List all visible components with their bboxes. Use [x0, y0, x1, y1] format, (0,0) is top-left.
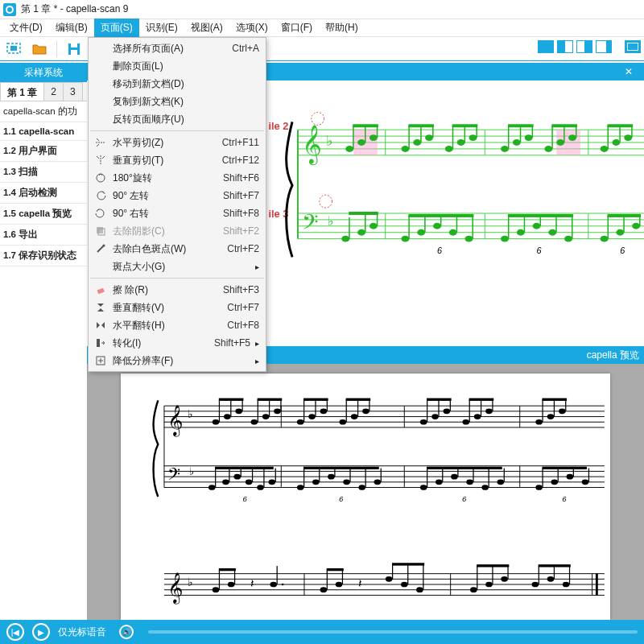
layout-1[interactable] — [538, 40, 554, 53]
svg-rect-100 — [508, 214, 573, 217]
menu-item[interactable]: 反转页面顺序(U) — [89, 110, 266, 128]
svg-rect-89 — [408, 214, 473, 217]
menu-view[interactable]: 视图(A) — [184, 19, 229, 37]
play-button[interactable]: ▶ — [32, 623, 50, 641]
layout-2[interactable] — [557, 40, 573, 53]
svg-rect-239 — [218, 570, 219, 590]
svg-rect-216 — [503, 469, 504, 482]
svg-point-238 — [227, 582, 234, 588]
svg-rect-164 — [553, 400, 554, 417]
svg-point-155 — [485, 409, 493, 415]
tree-item[interactable]: 1.6 导出 — [0, 225, 87, 246]
progress-bar[interactable] — [148, 630, 638, 634]
menu-item[interactable]: 选择所有页面(A)Ctrl+A — [89, 39, 266, 57]
menu-item[interactable]: 转化(I)Shift+F5 — [89, 334, 266, 352]
svg-point-195 — [358, 485, 365, 490]
menu-item[interactable]: 水平剪切(Z)Ctrl+F11 — [89, 134, 266, 151]
menu-item[interactable]: 垂直翻转(V)Ctrl+F7 — [89, 299, 266, 316]
svg-line-278 — [97, 246, 104, 252]
tab-3[interactable]: 3 — [63, 82, 83, 101]
sampling-header: 采样系统 — [0, 63, 87, 82]
svg-point-59 — [312, 112, 324, 125]
layout-4[interactable] — [596, 40, 612, 53]
menu-item[interactable]: 斑点大小(G) — [89, 258, 266, 275]
menu-recognize[interactable]: 识别(E) — [139, 19, 184, 37]
svg-rect-130 — [280, 400, 281, 411]
tree-item[interactable]: 1.3 扫描 — [0, 162, 87, 183]
menu-edit[interactable]: 编辑(B) — [49, 19, 94, 37]
svg-rect-151 — [449, 400, 450, 411]
tree-item[interactable]: 1.2 用户界面 — [0, 141, 87, 162]
menu-item[interactable]: 90° 右转Shift+F8 — [89, 204, 266, 222]
preview-area[interactable]: 𝄞♭ — [87, 364, 644, 620]
tab-2[interactable]: 2 — [43, 82, 64, 101]
menu-item[interactable]: 去除白色斑点(W)Ctrl+F2 — [89, 240, 266, 258]
skip-back-button[interactable]: |◀ — [6, 623, 24, 641]
svg-point-125 — [250, 419, 258, 425]
svg-point-53 — [612, 139, 620, 146]
tuplet-p2: 6 — [339, 494, 344, 503]
volume-icon[interactable]: 🔊 — [119, 625, 134, 639]
menu-item[interactable]: 擦 除(R)Shift+F3 — [89, 281, 266, 299]
svg-rect-159 — [469, 398, 493, 401]
menu-item[interactable]: 降低分辨率(F) — [89, 352, 266, 369]
menu-item-shortcut: Shift+F8 — [223, 208, 259, 219]
menu-page[interactable]: 页面(S) — [94, 19, 139, 37]
svg-point-46 — [556, 139, 564, 146]
menu-item-shortcut: Shift+F5 — [214, 337, 250, 349]
menu-item[interactable]: 180°旋转Shift+F6 — [89, 169, 266, 187]
layout-3[interactable] — [576, 40, 592, 53]
menu-item[interactable]: 水平翻转(H)Ctrl+F8 — [89, 316, 266, 334]
menu-window[interactable]: 窗口(F) — [275, 19, 319, 37]
svg-point-192 — [312, 479, 320, 485]
menu-item[interactable]: 删除页面(L) — [89, 57, 266, 75]
svg-point-127 — [274, 409, 281, 415]
tree-item[interactable]: 1.5 capella 预览 — [0, 204, 87, 225]
svg-point-91 — [517, 229, 525, 236]
flipv-icon — [92, 302, 109, 313]
svg-rect-269 — [538, 566, 539, 584]
svg-rect-255 — [392, 564, 393, 579]
svg-rect-85 — [424, 216, 425, 233]
svg-point-206 — [451, 474, 458, 480]
menu-item-label: 90° 右转 — [109, 207, 223, 221]
tree-item[interactable]: capella-scan 的功 — [0, 101, 87, 122]
svg-rect-73 — [349, 217, 349, 239]
menu-item[interactable]: 90° 左转Shift+F7 — [89, 187, 266, 204]
open-icon[interactable] — [31, 40, 48, 58]
menu-file[interactable]: 文件(D) — [3, 19, 49, 37]
svg-rect-56 — [619, 126, 620, 142]
svg-rect-166 — [542, 398, 567, 401]
svg-point-279 — [103, 245, 105, 247]
svg-rect-143 — [357, 400, 357, 417]
tree-item[interactable]: 1.1 capella-scan — [0, 122, 87, 141]
svg-rect-211 — [427, 469, 427, 488]
svg-point-191 — [296, 485, 303, 490]
layout-save[interactable] — [625, 40, 641, 53]
svg-rect-51 — [551, 124, 577, 127]
menu-options[interactable]: 选项(X) — [229, 19, 275, 37]
menu-item-label: 去除阴影(C) — [109, 225, 223, 238]
svg-rect-98 — [555, 216, 556, 233]
svg-rect-30 — [408, 124, 434, 127]
svg-rect-213 — [457, 469, 458, 477]
save-icon[interactable] — [65, 40, 83, 58]
rotr-icon — [92, 208, 109, 219]
close-icon[interactable]: ✕ — [621, 64, 636, 79]
menu-item[interactable]: 复制到新文档(K) — [89, 93, 266, 110]
svg-point-81 — [433, 223, 441, 229]
tree-item[interactable]: 1.7 保存识别状态 — [0, 246, 87, 266]
svg-rect-248 — [326, 570, 327, 590]
menu-item[interactable]: 垂直剪切(T)Ctrl+F12 — [89, 151, 266, 169]
menu-help[interactable]: 帮助(H) — [319, 19, 365, 37]
svg-rect-137 — [326, 400, 327, 411]
svg-point-134 — [320, 409, 327, 415]
svg-rect-43 — [532, 126, 533, 138]
svg-rect-96 — [524, 216, 525, 233]
menu-item[interactable]: 移动到新文档(D) — [89, 75, 266, 93]
scan-icon[interactable] — [5, 40, 23, 58]
tree-item[interactable]: 1.4 启动检测 — [0, 183, 87, 204]
svg-text:𝄞: 𝄞 — [167, 405, 183, 437]
section-tree: capella-scan 的功 1.1 capella-scan 1.2 用户界… — [0, 101, 87, 266]
tab-chapter-1[interactable]: 第 1 章 — [0, 82, 44, 101]
